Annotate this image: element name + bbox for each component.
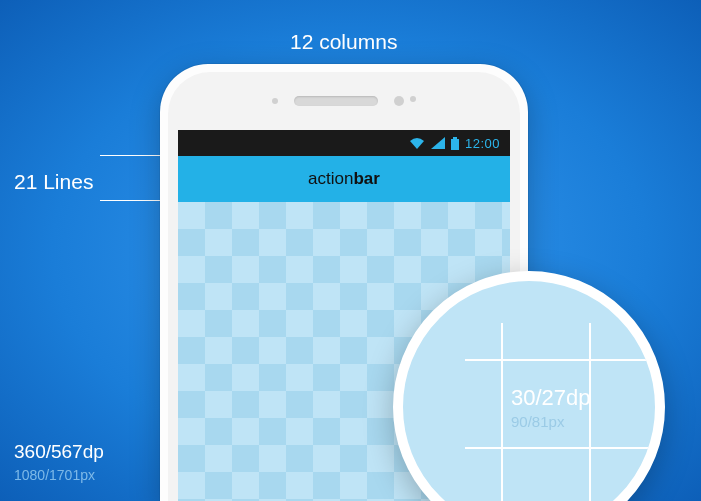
cell-px-label: 90/81px [511,413,591,430]
screen-px-label: 1080/1701px [14,467,95,483]
camera-icon [394,96,404,106]
screen-dp-label: 360/567dp [14,441,104,463]
wifi-icon [409,137,425,149]
columns-label: 12 columns [290,30,397,54]
cell-dp-label: 30/27dp [511,385,591,411]
action-bar: actionbar [178,156,510,202]
actionbar-title-prefix: action [308,169,353,189]
cell-border-top [465,359,655,361]
sensor-icon [272,98,278,104]
svg-rect-0 [453,137,457,139]
battery-icon [451,137,459,150]
actionbar-title-bold: bar [353,169,379,189]
cell-border-left [501,323,503,501]
lines-label: 21 Lines [14,170,93,194]
speaker-icon [294,96,378,106]
sensor-icon [410,96,416,102]
signal-icon [431,137,445,149]
status-clock: 12:00 [465,136,500,151]
cell-border-bottom [465,447,655,449]
status-bar: 12:00 [178,130,510,156]
phone-hardware [168,96,520,106]
svg-rect-1 [451,139,459,150]
